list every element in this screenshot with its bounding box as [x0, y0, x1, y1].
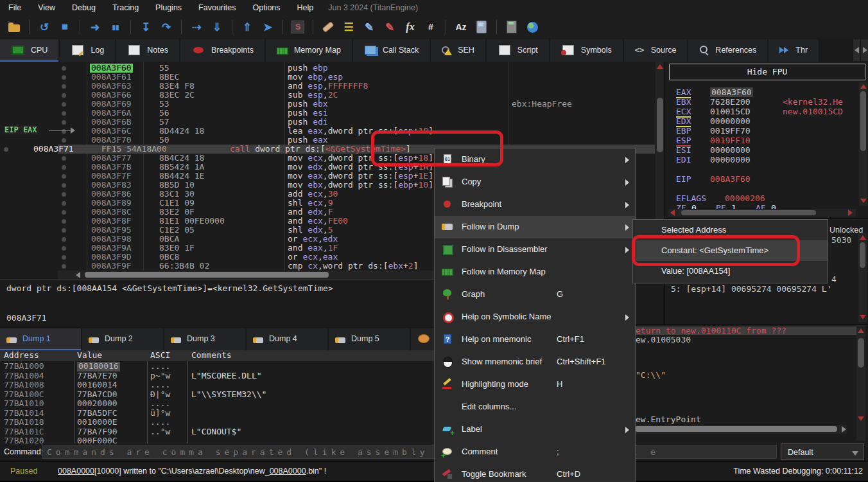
breakpoint-dot[interactable] [62, 66, 66, 71]
menu-item-show-mnemonic-brief[interactable]: Show mnemonic briefCtrl+Shift+F1 [435, 351, 635, 373]
command-input[interactable] [42, 445, 777, 459]
registers-hscroll-thumb[interactable] [681, 210, 816, 215]
tab-log[interactable]: Log [60, 39, 115, 62]
register-row[interactable]: EIP008A3F60 [665, 174, 868, 184]
register-row[interactable]: EDI00000000 [665, 155, 868, 165]
menu-item-label[interactable]: Label [435, 418, 635, 441]
menu-item-follow-in-memory-map[interactable]: Follow in Memory Map [435, 261, 635, 283]
hide-fpu-button[interactable]: Hide FPU [669, 64, 865, 80]
breakpoint-dot[interactable] [62, 102, 66, 107]
disasm-row[interactable]: 008A3F6055push ebp [0, 64, 655, 73]
animate-into-icon[interactable]: ⇢ [189, 19, 204, 35]
patch-icon[interactable] [320, 19, 336, 35]
breakpoint-dot[interactable] [62, 165, 66, 170]
menu-item-highlighting-mode[interactable]: Highlighting modeH [435, 373, 635, 396]
stack-hscrollbar[interactable] [635, 425, 847, 434]
globe-icon[interactable] [525, 19, 540, 35]
menu-item-follow-in-disassembler[interactable]: Follow in Disassembler [435, 238, 635, 261]
register-row[interactable]: EFLAGS00000206 [665, 193, 868, 203]
breakpoint-dot[interactable] [62, 201, 66, 206]
breakpoint-dot[interactable] [62, 192, 66, 197]
register-row[interactable]: ECX010015CDnew.010015CD [665, 107, 868, 116]
dump-tab-dump-3[interactable]: Dump 3 [164, 328, 245, 350]
disasm-vscroll-thumb[interactable] [657, 98, 663, 152]
stack-row[interactable]: ew.EntryPoint [633, 415, 857, 424]
stack-vscrollbar[interactable] [856, 325, 865, 441]
menubar-item-tracing[interactable]: Tracing [104, 0, 147, 15]
breakpoint-dot[interactable] [62, 120, 66, 125]
disasm-hscroll-thumb[interactable] [85, 272, 329, 278]
step-out-icon[interactable]: ⇑ [239, 19, 255, 35]
breakpoint-dot[interactable] [62, 183, 66, 188]
menubar-item-view[interactable]: View [30, 0, 64, 15]
disasm-row[interactable]: 008A3F6683EC 2Csub esp,2C [0, 91, 655, 100]
breakpoint-dot[interactable] [62, 93, 66, 98]
tab-scroll-left-button[interactable] [853, 39, 860, 61]
stack-hscroll-thumb[interactable] [635, 426, 837, 432]
disasm-row[interactable]: 008A3F7050push eax [0, 136, 655, 145]
breakpoint-dot[interactable] [62, 228, 66, 233]
fx-icon[interactable]: fx [403, 19, 418, 35]
registers-panel[interactable]: Hide FPU EAX008A3F60EBX7628E200<kernel32… [664, 62, 868, 219]
tab-references[interactable]: References [688, 39, 767, 62]
hash-icon[interactable]: # [423, 19, 438, 35]
menu-item-help-on-mnemonic[interactable]: ?Help on mnemonicCtrl+F1 [435, 328, 635, 351]
register-row[interactable]: ESP0019FF10 [665, 136, 868, 145]
stack-row[interactable]: eturn to new.0100110C from ??? [633, 326, 857, 335]
menu-item-graph[interactable]: GraphG [435, 283, 635, 306]
execute-till-return-icon[interactable]: ⇓ [209, 19, 225, 35]
register-row[interactable]: EAX008A3F60 [665, 87, 868, 97]
breakpoint-dot[interactable] [62, 210, 66, 215]
tab-source[interactable]: <>Source [624, 39, 688, 62]
menu-item-breakpoint[interactable]: Breakpoint [435, 193, 635, 216]
register-row[interactable]: ESI00000000 [665, 145, 868, 155]
run-to-user-code-icon[interactable]: ➤ [260, 19, 275, 35]
breakpoint-dot[interactable] [62, 246, 66, 251]
tab-script[interactable]: Script [487, 39, 549, 62]
breakpoint-dot[interactable] [62, 237, 66, 242]
menubar-item-favourites[interactable]: Favourites [190, 0, 244, 15]
breakpoint-dot[interactable] [62, 84, 66, 89]
breakpoint-dot[interactable] [62, 174, 66, 179]
tab-cpu[interactable]: CPU [0, 39, 58, 62]
menubar-item-file[interactable]: File [0, 0, 30, 15]
step-into-icon[interactable]: ↧ [138, 19, 153, 35]
breakpoint-dot[interactable] [62, 156, 66, 161]
register-row[interactable]: EBX7628E200<kernel32.He [665, 97, 868, 107]
menubar-item-plugins[interactable]: Plugins [147, 0, 190, 15]
tab-memory-map[interactable]: Memory Map [266, 39, 352, 62]
stack-vscroll-thumb[interactable] [858, 338, 864, 368]
tab-symbols[interactable]: Symbols [550, 39, 623, 62]
dump-tab-dump-1[interactable]: Dump 1 [0, 328, 81, 350]
restart-icon[interactable]: ↺ [37, 19, 52, 35]
tab-threads[interactable]: Thr [768, 39, 819, 62]
stack-row[interactable]: "C:\\" [633, 371, 857, 379]
address-link[interactable]: 008A0000 [58, 467, 94, 476]
menu-item-edit-columns-[interactable]: Edit columns... [435, 396, 635, 418]
stack-row[interactable]: ew.01005030 [633, 335, 857, 344]
pause-icon[interactable]: ▮▮ [108, 19, 123, 35]
breakpoint-dot[interactable] [62, 219, 66, 224]
registers-vscroll-thumb[interactable] [860, 91, 866, 151]
stack-panel[interactable]: eturn to new.0100110C from ???ew.0100503… [632, 325, 868, 441]
run-icon[interactable]: ➜ [87, 19, 103, 35]
stop-icon[interactable]: ■ [57, 19, 73, 35]
breakpoint-dot[interactable] [62, 75, 66, 80]
register-row[interactable]: EDX00000000 [665, 116, 868, 126]
tab-notes[interactable]: Notes [116, 39, 179, 62]
menubar-item-options[interactable]: Options [244, 0, 288, 15]
virtual-keyboard-icon[interactable] [474, 19, 489, 35]
menubar-item-debug[interactable]: Debug [64, 0, 104, 15]
assemble-pen-icon[interactable]: ✎ [361, 19, 377, 35]
dump-tab-dump-4[interactable]: Dump 4 [247, 328, 327, 350]
registers-hscrollbar[interactable] [668, 209, 856, 217]
args-row[interactable]: 5: [esp+14] 00695274 00695274 L' [671, 284, 831, 294]
tab-call-stack[interactable]: Call Stack [353, 39, 430, 62]
menu-item-copy[interactable]: Copy [435, 171, 635, 193]
menubar-item-help[interactable]: Help [289, 0, 322, 15]
disasm-row[interactable]: 008A3F618BECmov ebp,esp [0, 73, 655, 82]
command-profile-dropdown[interactable]: Default [781, 443, 864, 460]
tab-breakpoints[interactable]: Breakpoints [180, 39, 265, 62]
breakpoint-dot[interactable] [62, 255, 66, 260]
settings-s-icon[interactable]: S [290, 19, 306, 35]
